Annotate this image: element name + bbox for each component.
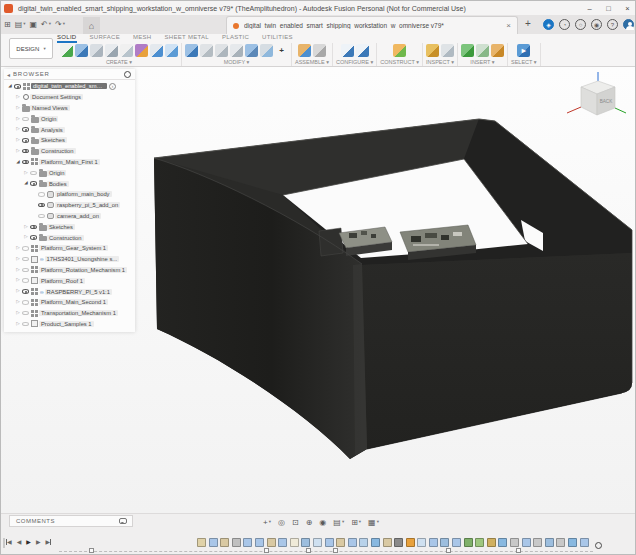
timeline-feature-17[interactable] <box>383 538 392 547</box>
move-icon[interactable]: + <box>275 44 288 57</box>
configuration-icon[interactable] <box>341 44 354 57</box>
timeline-feature-24[interactable] <box>464 538 473 547</box>
pipe-icon[interactable] <box>120 44 133 57</box>
play-button[interactable]: ▶ <box>26 539 31 545</box>
timeline-feature-28[interactable] <box>510 538 519 547</box>
go-to-start-button[interactable]: ◀ <box>6 539 12 545</box>
new-component-icon[interactable] <box>298 44 311 57</box>
pattern-icon[interactable] <box>135 44 148 57</box>
app-menu-icon[interactable]: ⊞ <box>4 21 11 29</box>
timeline-settings-gear-icon[interactable] <box>595 542 602 549</box>
tree-item-digital-twin-enabled-smart-sh[interactable]: ◢digital_twin_enabled_smart_sh...› <box>4 81 135 92</box>
fit-icon[interactable]: ⊡ <box>292 519 299 527</box>
timeline-marker[interactable] <box>89 548 94 553</box>
new-tab-button[interactable]: + <box>525 18 531 29</box>
timeline-feature-32[interactable] <box>556 538 565 547</box>
timeline-feature-34[interactable] <box>580 538 589 547</box>
visibility-eye-icon[interactable] <box>21 268 30 273</box>
comments-panel[interactable]: COMMENTS <box>9 515 133 527</box>
timeline-feature-19[interactable] <box>406 538 415 547</box>
timeline-marker[interactable] <box>264 548 269 553</box>
visibility-eye-icon[interactable] <box>21 246 30 251</box>
visibility-eye-icon[interactable] <box>29 171 38 176</box>
step-back-button[interactable]: ◀ <box>17 539 22 545</box>
visibility-eye-icon[interactable] <box>29 235 38 240</box>
tree-item-platform-main-second-1[interactable]: ▷Platform_Main_Second 1 <box>4 297 135 308</box>
model-near-wall[interactable] <box>361 253 632 449</box>
viewports-icon[interactable]: ▦▾ <box>368 519 379 527</box>
timeline-feature-21[interactable] <box>429 538 438 547</box>
visibility-eye-icon[interactable] <box>21 311 30 316</box>
group-label[interactable]: CONFIGURE ▾ <box>336 59 373 65</box>
timeline-track[interactable] <box>59 551 593 552</box>
maximize-button[interactable]: □ <box>599 1 618 15</box>
timeline-feature-10[interactable] <box>301 538 310 547</box>
visibility-eye-icon[interactable] <box>29 181 38 186</box>
timeline-grip[interactable] <box>3 538 5 548</box>
timeline-feature-16[interactable] <box>371 538 380 547</box>
tab-plastic[interactable]: PLASTIC <box>222 34 249 43</box>
minimize-button[interactable]: – <box>580 1 599 15</box>
visibility-eye-icon[interactable] <box>21 138 30 143</box>
display-settings-icon[interactable]: ▤▾ <box>333 519 344 527</box>
grid-settings-icon[interactable]: ⊞▾ <box>351 519 361 527</box>
tree-item-construction[interactable]: ▷Construction <box>4 146 135 157</box>
tree-item-analysis[interactable]: ▷Analysis <box>4 124 135 135</box>
job-status-icon[interactable]: ◔ <box>559 19 570 30</box>
file-menu-icon[interactable]: ▤▾ <box>15 21 26 29</box>
tree-item-platform-gear-system-1[interactable]: ▷Platform_Gear_System 1 <box>4 243 135 254</box>
press-pull-icon[interactable] <box>185 44 198 57</box>
timeline-feature-29[interactable] <box>522 538 531 547</box>
tree-item-product-samples-1[interactable]: ▷Product_Samples 1 <box>4 319 135 330</box>
visibility-eye-icon[interactable] <box>37 203 46 208</box>
timeline-feature-14[interactable] <box>348 538 357 547</box>
undo-icon[interactable]: ↶▾ <box>41 21 51 29</box>
go-to-end-button[interactable]: ▶ <box>46 539 52 545</box>
timeline-feature-31[interactable] <box>545 538 554 547</box>
timeline-feature-1[interactable] <box>197 538 206 547</box>
visibility-eye-icon[interactable] <box>21 160 30 165</box>
visibility-eye-icon[interactable] <box>13 84 22 89</box>
timeline-feature-7[interactable] <box>267 538 276 547</box>
notifications-icon[interactable]: ○ <box>575 19 586 30</box>
timeline-feature-27[interactable] <box>498 538 507 547</box>
tab-utilities[interactable]: UTILITIES <box>262 34 293 43</box>
tree-item-origin[interactable]: ▷Origin <box>4 167 135 178</box>
config-table-icon[interactable] <box>356 44 369 57</box>
timeline-feature-5[interactable] <box>243 538 252 547</box>
visibility-eye-icon[interactable] <box>29 225 38 230</box>
tree-item-platform-roof-1[interactable]: ▷Platform_Roof 1 <box>4 275 135 286</box>
tree-item-named-views[interactable]: ▷Named Views <box>4 103 135 114</box>
look-at-icon[interactable]: ◉ <box>319 519 326 527</box>
form-icon[interactable] <box>90 44 103 57</box>
group-label[interactable]: SELECT ▾ <box>511 59 537 65</box>
tree-item-camera-add-on[interactable]: camera_add_on <box>4 211 135 222</box>
canvas-icon[interactable] <box>476 44 489 57</box>
step-forward-button[interactable]: ▶ <box>36 539 41 545</box>
home-button[interactable]: ⌂ <box>83 17 100 34</box>
tree-item-raspberry-pi-5-add-on[interactable]: raspberry_pi_5_add_on <box>4 200 135 211</box>
browser-header[interactable]: ◂ BROWSER <box>4 69 135 80</box>
create-sketch-icon[interactable] <box>60 44 73 57</box>
joint-icon[interactable] <box>313 44 326 57</box>
timeline-feature-30[interactable] <box>533 538 542 547</box>
extensions-icon[interactable]: ◈ <box>543 19 554 30</box>
timeline-marker[interactable] <box>446 548 451 553</box>
timeline-feature-18[interactable] <box>394 538 403 547</box>
tree-item-document-settings[interactable]: ▷Document Settings <box>4 92 135 103</box>
timeline-feature-11[interactable] <box>313 538 322 547</box>
profile-icon[interactable] <box>623 19 634 30</box>
pan-icon[interactable]: +▾ <box>263 519 271 527</box>
group-label[interactable]: CREATE ▾ <box>106 59 132 65</box>
extrude-box-icon[interactable] <box>75 44 88 57</box>
tab-sheet-metal[interactable]: SHEET METAL <box>165 34 209 43</box>
timeline-feature-25[interactable] <box>475 538 484 547</box>
insert-mesh-icon[interactable] <box>491 44 504 57</box>
timeline-feature-6[interactable] <box>255 538 264 547</box>
tab-mesh[interactable]: MESH <box>133 34 152 43</box>
timeline-feature-33[interactable] <box>568 538 577 547</box>
orbit-icon[interactable]: ⊕ <box>306 519 313 527</box>
model-viewport[interactable]: BACK ◂ BROWSER ◢digital_twin_enabled_sma… <box>1 67 636 513</box>
section-analysis-icon[interactable] <box>441 44 454 57</box>
sketch-dots-icon[interactable] <box>165 44 178 57</box>
